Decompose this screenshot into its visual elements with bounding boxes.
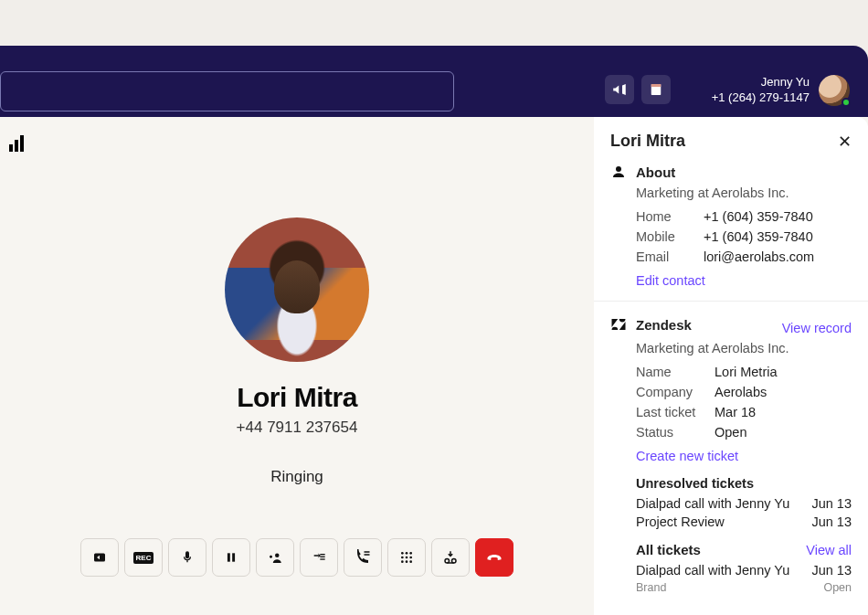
- ticket-date: Jun 13: [811, 496, 852, 511]
- zendesk-icon: [610, 316, 627, 333]
- svg-rect-8: [232, 553, 235, 561]
- all-tickets-header: All tickets: [636, 542, 701, 557]
- edit-contact-link[interactable]: Edit contact: [636, 273, 705, 288]
- caller-name: Lori Mitra: [237, 382, 357, 413]
- about-title: About: [636, 164, 675, 180]
- zendesk-subtitle: Marketing at Aerolabs Inc.: [636, 341, 852, 355]
- svg-point-21: [401, 560, 404, 563]
- user-name: Jenny Yu: [712, 75, 810, 90]
- svg-point-22: [406, 560, 408, 563]
- signal-icon[interactable]: [9, 135, 26, 152]
- call-status: Ringing: [270, 468, 323, 486]
- svg-rect-3: [15, 140, 18, 152]
- panel-title: Lori Mitra: [610, 132, 685, 151]
- notes-icon[interactable]: [641, 75, 671, 104]
- about-section: About Marketing at Aerolabs Inc. Home+1 …: [594, 160, 868, 301]
- user-phone: +1 (264) 279-1147: [712, 90, 810, 106]
- current-user[interactable]: Jenny Yu +1 (264) 279-1147: [712, 75, 850, 106]
- hold-button[interactable]: [212, 538, 250, 577]
- svg-rect-4: [20, 135, 24, 152]
- zendesk-section: Zendesk View record Marketing at Aerolab…: [594, 301, 868, 610]
- contact-panel: Lori Mitra ✕ About Marketing at Aerolabs…: [594, 117, 868, 615]
- zd-company-value: Aerolabs: [715, 385, 767, 399]
- ticket-status: Open: [823, 581, 852, 594]
- about-subtitle: Marketing at Aerolabs Inc.: [636, 186, 852, 200]
- hangup-button[interactable]: [475, 538, 513, 577]
- close-icon[interactable]: ✕: [838, 133, 852, 150]
- svg-point-15: [401, 552, 404, 555]
- main-area: Lori Mitra +44 7911 237654 Ringing REC: [0, 117, 868, 615]
- svg-rect-14: [365, 554, 370, 556]
- view-record-link[interactable]: View record: [782, 321, 852, 335]
- announcement-icon[interactable]: [605, 75, 634, 104]
- ticket-title: Dialpad call with Jenny Yu: [636, 563, 789, 578]
- call-pane: Lori Mitra +44 7911 237654 Ringing REC: [0, 117, 594, 615]
- svg-rect-12: [320, 558, 324, 559]
- svg-rect-10: [320, 554, 324, 555]
- share-button[interactable]: [80, 538, 119, 577]
- svg-point-23: [409, 560, 412, 563]
- call-controls: REC: [80, 538, 513, 577]
- zd-name-value: Lori Metria: [715, 365, 778, 379]
- home-label: Home: [636, 209, 704, 224]
- voicemail-button[interactable]: [431, 538, 470, 577]
- zd-name-label: Name: [636, 365, 715, 379]
- zendesk-title: Zendesk: [636, 317, 692, 333]
- home-value: +1 (604) 359-7840: [704, 209, 813, 224]
- svg-point-19: [406, 557, 408, 559]
- svg-rect-11: [320, 557, 324, 557]
- ticket-date: Jun 13: [811, 563, 852, 578]
- email-value: lori@aerolabs.com: [704, 249, 814, 264]
- mobile-label: Mobile: [636, 229, 704, 244]
- avatar[interactable]: [819, 75, 850, 106]
- email-label: Email: [636, 249, 704, 264]
- ticket-row[interactable]: Project Review Jun 13: [636, 514, 852, 529]
- zd-status-label: Status: [636, 425, 715, 440]
- header-action-icons: [605, 75, 671, 104]
- create-ticket-link[interactable]: Create new ticket: [636, 449, 738, 463]
- svg-point-26: [616, 166, 621, 172]
- ticket-title: Dialpad call with Jenny Yu: [636, 496, 789, 511]
- svg-rect-7: [228, 553, 230, 561]
- zd-last-ticket-value: Mar 18: [715, 405, 756, 419]
- ticket-sub: Brand: [636, 581, 666, 594]
- search-input[interactable]: [0, 71, 454, 111]
- call-menu-button[interactable]: [344, 538, 382, 577]
- svg-point-17: [409, 552, 412, 555]
- ticket-date: Jun 13: [811, 514, 852, 529]
- presence-indicator: [842, 98, 851, 107]
- record-button[interactable]: REC: [124, 538, 163, 577]
- svg-point-18: [401, 557, 404, 559]
- ticket-row[interactable]: Dialpad call with Jenny Yu Jun 13: [636, 563, 852, 578]
- svg-point-16: [406, 552, 408, 555]
- add-participant-button[interactable]: [256, 538, 294, 577]
- rec-icon: REC: [133, 552, 154, 564]
- zd-last-ticket-label: Last ticket: [636, 405, 715, 419]
- svg-rect-6: [185, 551, 189, 558]
- view-all-link[interactable]: View all: [806, 543, 852, 557]
- mobile-value: +1 (604) 359-7840: [704, 229, 813, 244]
- zd-status-value: Open: [715, 425, 746, 440]
- svg-rect-1: [651, 84, 662, 87]
- svg-point-9: [275, 554, 280, 558]
- caller-phone: +44 7911 237654: [237, 419, 358, 437]
- caller-avatar: [225, 217, 369, 362]
- unresolved-header: Unresolved tickets: [636, 476, 852, 491]
- svg-rect-13: [365, 551, 370, 553]
- svg-point-20: [409, 557, 412, 559]
- ticket-row[interactable]: Dialpad call with Jenny Yu Jun 13: [636, 496, 852, 511]
- zd-company-label: Company: [636, 385, 715, 399]
- mute-button[interactable]: [168, 538, 206, 577]
- person-icon: [610, 164, 627, 180]
- ticket-title: Project Review: [636, 514, 725, 529]
- transfer-button[interactable]: [300, 538, 338, 577]
- svg-rect-2: [9, 144, 13, 152]
- dialpad-button[interactable]: [387, 538, 426, 577]
